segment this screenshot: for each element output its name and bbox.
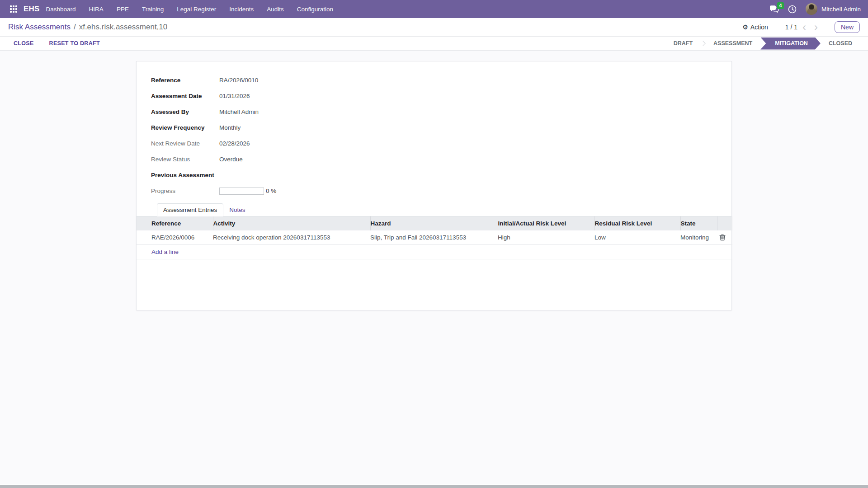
clock-icon: [788, 5, 797, 14]
tab-assessment-entries[interactable]: Assessment Entries: [157, 203, 223, 216]
messages-count-badge: 4: [777, 2, 784, 9]
pager-next-button[interactable]: ›: [811, 23, 821, 32]
field-previous-assessment: Previous Assessment: [151, 169, 731, 181]
user-menu[interactable]: Mitchell Admin: [806, 3, 861, 15]
form-view: Reference RA/2026/0010 Assessment Date 0…: [0, 51, 868, 484]
close-button[interactable]: CLOSE: [14, 40, 34, 47]
menu-ppe[interactable]: PPE: [117, 6, 129, 13]
col-hazard[interactable]: Hazard: [370, 216, 498, 230]
empty-row: [137, 274, 732, 289]
breadcrumb-current-record: xf.ehs.risk.assessment,10: [79, 23, 168, 32]
col-reference[interactable]: Reference: [137, 216, 213, 230]
pager: 1 / 1 ‹ ›: [785, 23, 821, 32]
assessment-entries-table: Reference Activity Hazard Initial/Actual…: [137, 216, 732, 289]
cell-initial-risk[interactable]: High: [498, 230, 594, 245]
col-state[interactable]: State: [680, 216, 717, 230]
tab-notes[interactable]: Notes: [223, 204, 251, 216]
breadcrumb-separator: /: [74, 23, 76, 32]
field-assessed-by: Assessed By Mitchell Admin: [151, 106, 731, 117]
add-line-row: Add a line: [137, 245, 732, 259]
field-next-review-date: Next Review Date 02/28/2026: [151, 138, 731, 149]
delete-row-button[interactable]: [717, 234, 728, 241]
pager-previous-button[interactable]: ‹: [799, 23, 809, 32]
progress-percent: 0 %: [266, 188, 276, 194]
menu-configuration[interactable]: Configuration: [297, 6, 333, 13]
assessment-date-value[interactable]: 01/31/2026: [219, 93, 250, 99]
add-a-line-link[interactable]: Add a line: [137, 245, 732, 259]
field-reference: Reference RA/2026/0010: [151, 75, 731, 86]
menu-audits[interactable]: Audits: [267, 6, 284, 13]
field-review-status: Review Status Overdue: [151, 154, 731, 165]
reference-label: Reference: [151, 77, 219, 84]
field-progress: Progress 0 %: [151, 185, 731, 197]
app-brand[interactable]: EHS: [24, 5, 40, 14]
activities-button[interactable]: [788, 5, 797, 14]
review-status-label: Review Status: [151, 156, 219, 163]
table-header-row: Reference Activity Hazard Initial/Actual…: [137, 216, 732, 230]
menu-hira[interactable]: HIRA: [89, 6, 104, 13]
control-panel: Risk Assessments / xf.ehs.risk.assessmen…: [0, 18, 868, 37]
table-row: RAE/2026/0006 Receiving dock operation 2…: [137, 230, 732, 245]
assessment-date-label: Assessment Date: [151, 93, 219, 99]
main-menu: Dashboard HIRA PPE Training Legal Regist…: [46, 6, 334, 13]
progress-bar: [219, 188, 264, 195]
messages-button[interactable]: 4: [769, 5, 779, 13]
action-menu-button[interactable]: ⚙ Action: [742, 23, 768, 31]
notebook: Assessment Entries Notes Reference Activ…: [137, 202, 731, 289]
col-actions: [717, 216, 732, 230]
field-assessment-date: Assessment Date 01/31/2026: [151, 90, 731, 102]
action-label: Action: [750, 23, 768, 31]
col-residual-risk[interactable]: Residual Risk Level: [594, 216, 680, 230]
reset-to-draft-button[interactable]: RESET TO DRAFT: [49, 40, 100, 47]
review-status-value: Overdue: [219, 156, 243, 163]
statusbar: CLOSE RESET TO DRAFT DRAFT ASSESSMENT MI…: [0, 37, 868, 51]
cell-activity[interactable]: Receiving dock operation 20260317113553: [213, 230, 370, 245]
col-initial-risk[interactable]: Initial/Actual Risk Level: [498, 216, 594, 230]
menu-dashboard[interactable]: Dashboard: [46, 6, 76, 13]
horizontal-scrollbar[interactable]: [0, 485, 868, 488]
breadcrumb-risk-assessments[interactable]: Risk Assessments: [8, 23, 71, 32]
new-button[interactable]: New: [835, 21, 860, 33]
breadcrumb: Risk Assessments / xf.ehs.risk.assessmen…: [8, 23, 167, 32]
user-avatar: [806, 3, 817, 15]
review-frequency-label: Review Frequency: [151, 124, 219, 131]
assessed-by-label: Assessed By: [151, 108, 219, 115]
col-activity[interactable]: Activity: [213, 216, 370, 230]
menu-incidents[interactable]: Incidents: [229, 6, 254, 13]
stage-closed[interactable]: CLOSED: [821, 38, 860, 50]
form-sheet: Reference RA/2026/0010 Assessment Date 0…: [136, 61, 732, 310]
menu-training[interactable]: Training: [142, 6, 164, 13]
gear-icon: ⚙: [742, 24, 748, 30]
progress-label: Progress: [151, 188, 219, 194]
stage-assessment[interactable]: ASSESSMENT: [706, 38, 760, 50]
reference-value[interactable]: RA/2026/0010: [219, 77, 258, 84]
apps-grid-icon: [10, 5, 17, 13]
empty-row: [137, 259, 732, 274]
stage-draft[interactable]: DRAFT: [666, 38, 700, 50]
apps-menu-button[interactable]: [7, 3, 20, 15]
stage-separator-icon: [700, 41, 705, 46]
tab-strip: Assessment Entries Notes: [137, 202, 731, 216]
stage-mitigation[interactable]: MITIGATION: [760, 38, 821, 50]
stage-widget: DRAFT ASSESSMENT MITIGATION CLOSED: [666, 38, 860, 50]
top-navbar: EHS Dashboard HIRA PPE Training Legal Re…: [0, 0, 868, 18]
field-review-frequency: Review Frequency Monthly: [151, 122, 731, 133]
assessed-by-value[interactable]: Mitchell Admin: [219, 108, 259, 115]
pager-count: 1 / 1: [785, 23, 797, 31]
next-review-date-label: Next Review Date: [151, 140, 219, 147]
cell-residual-risk[interactable]: Low: [594, 230, 680, 245]
previous-assessment-label: Previous Assessment: [151, 172, 219, 178]
trash-icon: [719, 234, 726, 241]
user-name: Mitchell Admin: [821, 6, 861, 13]
menu-legal-register[interactable]: Legal Register: [177, 6, 216, 13]
review-frequency-value[interactable]: Monthly: [219, 124, 241, 131]
cell-hazard[interactable]: Slip, Trip and Fall 20260317113553: [370, 230, 498, 245]
cell-state[interactable]: Monitoring: [680, 230, 717, 245]
next-review-date-value: 02/28/2026: [219, 140, 250, 147]
cell-reference[interactable]: RAE/2026/0006: [137, 230, 213, 245]
